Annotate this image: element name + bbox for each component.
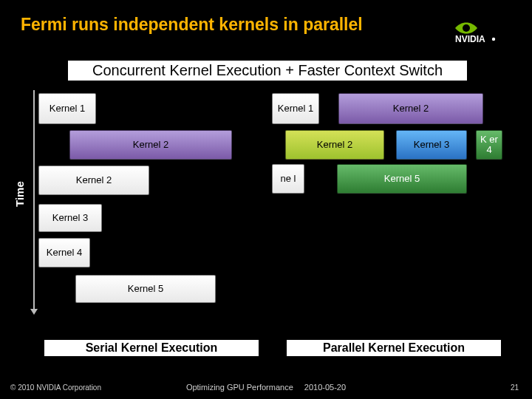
serial-caption: Serial Kernel Execution (44, 340, 259, 356)
parallel-kernel-cell: Kernel 3 (396, 130, 467, 160)
footer-center-title: Optimizing GPU Performance (186, 383, 293, 392)
serial-row: Kernel 5 (38, 275, 260, 303)
parallel-kernel-cell: Kernel 1 (272, 93, 319, 124)
parallel-kernel-cell: Kernel 5 (337, 164, 467, 194)
nvidia-logo: NVIDIA (454, 18, 516, 44)
serial-kernel-cell: Kernel 3 (38, 204, 102, 232)
footer: © 2010 NVIDIA Corporation Optimizing GPU… (0, 378, 532, 392)
parallel-kernel-cell: ne l (272, 164, 304, 194)
parallel-kernel-cell: K er 4 (476, 130, 502, 160)
serial-row: Kernel 2 (38, 130, 260, 160)
footer-center: Optimizing GPU Performance 2010-05-20 (0, 383, 532, 392)
logo-text: NVIDIA (455, 34, 485, 44)
serial-kernel-cell: Kernel 5 (75, 275, 216, 303)
parallel-kernel-cell: Kernel 2 (285, 130, 384, 160)
time-axis-arrowhead-icon (30, 309, 38, 315)
serial-row: Kernel 1 (38, 93, 260, 124)
parallel-caption: Parallel Kernel Execution (287, 340, 501, 356)
parallel-row: Kernel 2Kernel 3K er 4 (272, 130, 516, 160)
parallel-row: Kernel 1Kernel 2 (272, 93, 516, 124)
svg-point-0 (463, 24, 470, 32)
footer-center-date: 2010-05-20 (304, 383, 346, 392)
serial-row: Kernel 4 (38, 238, 260, 267)
slide-title: Fermi runs independent kernels in parall… (21, 15, 363, 35)
svg-point-1 (492, 38, 495, 41)
footer-page-number: 21 (511, 383, 519, 392)
parallel-kernel-cell: Kernel 2 (338, 93, 483, 124)
serial-row: Kernel 3 (38, 204, 260, 232)
serial-kernel-cell: Kernel 1 (38, 93, 96, 124)
time-axis-line (33, 90, 35, 310)
parallel-diagram: Kernel 1Kernel 2Kernel 2Kernel 3K er 4ne… (272, 89, 516, 325)
time-axis-label: Time (13, 181, 26, 207)
slide-root: Fermi runs independent kernels in parall… (0, 0, 532, 399)
serial-kernel-cell: Kernel 4 (38, 238, 90, 267)
slide-subtitle: Concurrent Kernel Execution + Faster Con… (68, 61, 467, 81)
parallel-row: ne lKernel 5 (272, 164, 516, 194)
serial-row: Kernel 2 (38, 166, 260, 195)
serial-kernel-cell: Kernel 2 (38, 166, 149, 195)
serial-kernel-cell: Kernel 2 (69, 130, 232, 160)
serial-diagram: Kernel 1Kernel 2Kernel 2Kernel 3Kernel 4… (38, 89, 260, 325)
